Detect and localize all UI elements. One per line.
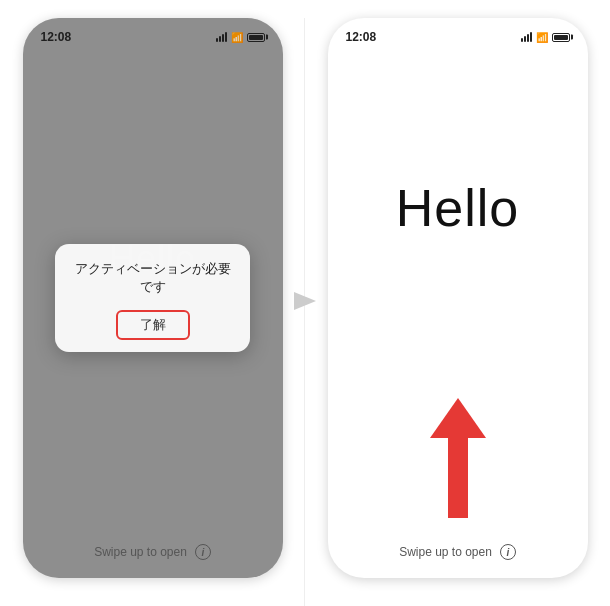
right-info-button[interactable]: i [500,544,516,560]
right-bottom-bar: Swipe up to open i [328,544,588,560]
activation-dialog: アクティベーションが必要です 了解 [55,244,250,352]
left-swipe-text: Swipe up to open [94,545,187,559]
left-bottom-bar: Swipe up to open i [23,544,283,560]
right-signal-icon [521,32,532,42]
dialog-ok-button[interactable]: 了解 [116,310,190,340]
right-swipe-text: Swipe up to open [399,545,492,559]
left-phone-screen: 12:08 📶 Hello [23,18,283,578]
dialog-overlay: アクティベーションが必要です 了解 [23,18,283,578]
right-panel: 12:08 📶 Hello [305,0,610,606]
right-status-icons: 📶 [521,32,570,43]
arrow-divider [290,286,320,320]
up-arrow-head [430,398,486,438]
dialog-message: アクティベーションが必要です [69,260,236,296]
right-phone-screen: 12:08 📶 Hello [328,18,588,578]
up-arrow-shaft [448,438,468,518]
right-wifi-icon: 📶 [536,32,548,43]
left-info-button[interactable]: i [195,544,211,560]
svg-marker-0 [294,292,316,310]
hello-text: Hello [328,178,588,238]
right-battery-icon [552,33,570,42]
right-status-time: 12:08 [346,30,377,44]
right-status-bar: 12:08 📶 [328,18,588,46]
left-panel: 12:08 📶 Hello [0,0,305,606]
up-arrow [430,398,486,518]
